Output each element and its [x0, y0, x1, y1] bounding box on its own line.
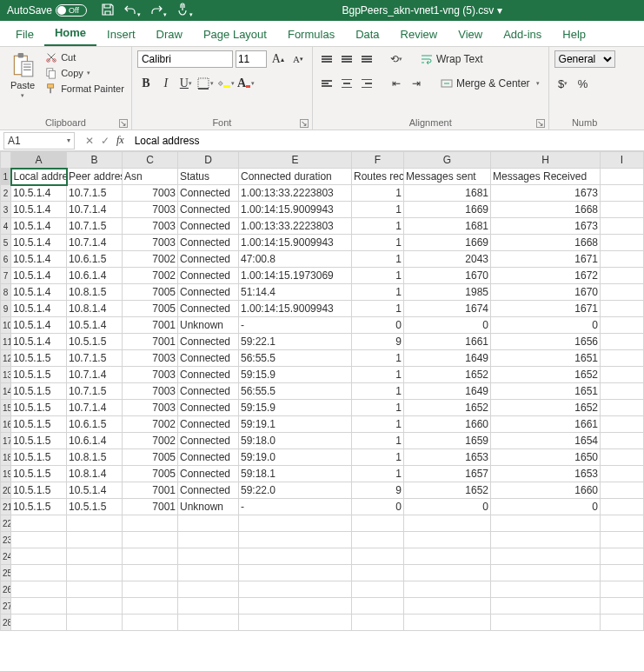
formula-input[interactable] — [131, 133, 637, 149]
cell[interactable]: Messages Received — [491, 169, 601, 185]
increase-font-button[interactable]: A▴ — [269, 50, 287, 68]
cell[interactable] — [491, 615, 601, 631]
cell[interactable] — [404, 548, 491, 565]
cell[interactable]: Connected duration — [239, 169, 352, 185]
cell[interactable]: - — [239, 499, 352, 515]
cell[interactable] — [601, 482, 644, 499]
cell[interactable]: 1653 — [404, 449, 491, 466]
cell[interactable]: 7001 — [123, 499, 178, 515]
cell[interactable]: 10.5.1.5 — [11, 433, 67, 449]
cell[interactable]: 7005 — [123, 466, 178, 482]
cell[interactable]: 1 — [352, 350, 404, 367]
cell[interactable] — [123, 548, 178, 565]
bold-button[interactable]: B — [137, 75, 155, 92]
row-header[interactable]: 28 — [1, 615, 11, 631]
cell[interactable]: Connected — [178, 466, 239, 482]
tab-insert[interactable]: Insert — [96, 23, 146, 46]
cell[interactable]: 1656 — [491, 334, 601, 350]
cell[interactable]: 1.00:14:15.9009943 — [239, 202, 352, 218]
cell[interactable] — [601, 317, 644, 334]
spreadsheet-grid[interactable]: ABCDEFGHI1Local addressPeer addressAsnSt… — [0, 151, 644, 631]
cell[interactable]: 10.6.1.4 — [67, 433, 123, 449]
cell[interactable]: 1654 — [491, 433, 601, 449]
cell[interactable] — [178, 581, 239, 598]
row-header[interactable]: 21 — [1, 499, 11, 515]
cell[interactable]: 7003 — [123, 400, 178, 416]
cell[interactable]: 1651 — [491, 383, 601, 400]
cell[interactable]: 1.00:13:33.2223803 — [239, 185, 352, 202]
cell[interactable]: Messages sent — [404, 169, 491, 185]
cell[interactable] — [11, 565, 67, 581]
row-header[interactable]: 25 — [1, 565, 11, 581]
cell[interactable]: 1657 — [404, 466, 491, 482]
cell[interactable] — [239, 532, 352, 548]
cell[interactable] — [404, 532, 491, 548]
copy-button[interactable]: Copy ▾ — [43, 66, 126, 80]
cell[interactable] — [601, 515, 644, 532]
cell[interactable]: 1673 — [491, 185, 601, 202]
cell[interactable] — [491, 548, 601, 565]
cell[interactable]: 1 — [352, 185, 404, 202]
cell[interactable]: 1 — [352, 202, 404, 218]
cell[interactable]: 10.6.1.4 — [67, 268, 123, 284]
column-header-C[interactable]: C — [123, 152, 178, 169]
cell[interactable]: 59:15.9 — [239, 367, 352, 383]
cell[interactable]: Connected — [178, 235, 239, 251]
cell[interactable]: Routes received — [352, 169, 404, 185]
cell[interactable]: 7002 — [123, 416, 178, 433]
cell[interactable]: 56:55.5 — [239, 350, 352, 367]
cell[interactable]: 10.6.1.5 — [67, 251, 123, 268]
cell[interactable]: Unknown — [178, 499, 239, 515]
clipboard-launcher[interactable]: ↘ — [119, 119, 128, 128]
cell[interactable] — [601, 449, 644, 466]
cell[interactable] — [601, 499, 644, 515]
underline-button[interactable]: U▾ — [177, 75, 195, 92]
cell[interactable]: 7002 — [123, 268, 178, 284]
cell[interactable]: 10.7.1.5 — [67, 185, 123, 202]
cell[interactable] — [601, 532, 644, 548]
cell[interactable]: 10.7.1.4 — [67, 202, 123, 218]
cell[interactable] — [123, 565, 178, 581]
column-header-E[interactable]: E — [239, 152, 352, 169]
row-header[interactable]: 12 — [1, 350, 11, 367]
cell[interactable]: 0 — [404, 499, 491, 515]
cell[interactable]: 10.5.1.4 — [11, 268, 67, 284]
cell[interactable]: 59:19.0 — [239, 449, 352, 466]
cell[interactable] — [491, 581, 601, 598]
cell[interactable]: 10.5.1.4 — [67, 317, 123, 334]
cell[interactable]: 10.8.1.4 — [67, 301, 123, 317]
cell[interactable] — [178, 598, 239, 615]
cell[interactable]: 10.5.1.5 — [11, 499, 67, 515]
percent-format-button[interactable]: % — [574, 75, 592, 92]
column-header-A[interactable]: A — [11, 152, 67, 169]
row-header[interactable]: 26 — [1, 581, 11, 598]
cell[interactable]: Connected — [178, 284, 239, 301]
cell[interactable]: 1 — [352, 284, 404, 301]
cell[interactable]: Connected — [178, 268, 239, 284]
cell[interactable]: 7002 — [123, 251, 178, 268]
cell[interactable]: 2043 — [404, 251, 491, 268]
row-header[interactable]: 11 — [1, 334, 11, 350]
cell[interactable]: 1651 — [491, 350, 601, 367]
cell[interactable]: 10.7.1.5 — [67, 350, 123, 367]
font-launcher[interactable]: ↘ — [300, 119, 309, 128]
row-header[interactable]: 19 — [1, 466, 11, 482]
cell[interactable] — [404, 598, 491, 615]
cell[interactable]: Connected — [178, 482, 239, 499]
cell[interactable]: 1985 — [404, 284, 491, 301]
cell[interactable] — [352, 532, 404, 548]
cell[interactable]: 0 — [404, 317, 491, 334]
cell[interactable]: Connected — [178, 383, 239, 400]
cell[interactable]: 59:18.1 — [239, 466, 352, 482]
cell[interactable] — [601, 433, 644, 449]
cell[interactable]: Connected — [178, 367, 239, 383]
row-header[interactable]: 6 — [1, 251, 11, 268]
cell[interactable] — [11, 548, 67, 565]
cell[interactable]: 10.7.1.4 — [67, 367, 123, 383]
cell[interactable]: 1.00:13:33.2223803 — [239, 218, 352, 235]
touch-mode-icon[interactable]: ▾ — [176, 3, 193, 19]
cell[interactable]: 10.5.1.5 — [11, 482, 67, 499]
row-header[interactable]: 22 — [1, 515, 11, 532]
cell[interactable]: 1 — [352, 235, 404, 251]
save-icon[interactable] — [101, 3, 115, 19]
